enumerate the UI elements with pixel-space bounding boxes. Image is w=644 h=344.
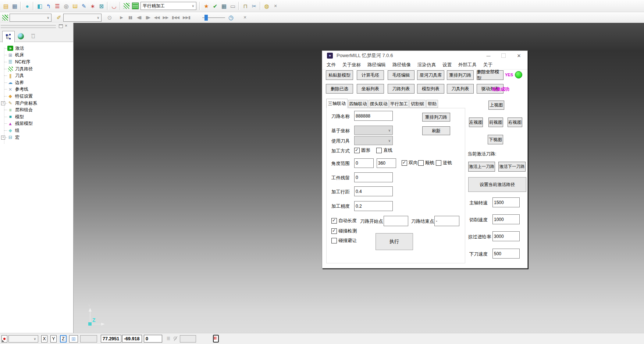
set-active-path-button[interactable]: 设置当前激活路径: [468, 177, 526, 192]
clamp-tools-icon[interactable]: ⊓: [241, 1, 250, 10]
tab-4axis[interactable]: 四轴联动: [348, 100, 368, 108]
tool-library-button[interactable]: 星河刀具库: [417, 70, 444, 80]
leads-links-icon[interactable]: ✎: [79, 1, 88, 10]
tree-item-toolpaths[interactable]: 刀具路径: [0, 66, 73, 73]
delete-all-models-button[interactable]: 删除全部模型: [477, 70, 504, 80]
tree-item-nc-programs[interactable]: ☰ NC程序: [0, 59, 73, 66]
use-tool-combobox[interactable]: ∨: [354, 136, 393, 145]
tolerance-input[interactable]: [354, 201, 393, 211]
workplane-snap-icon[interactable]: [173, 336, 178, 341]
tree-item-tools[interactable]: ∥ 刀具: [0, 72, 73, 79]
toolpath-name-input[interactable]: [354, 111, 393, 121]
print-preview-icon[interactable]: ●: [23, 1, 32, 10]
paste-new-model-button[interactable]: 粘贴新模型: [326, 70, 353, 80]
minimize-button[interactable]: —: [482, 51, 495, 60]
end-point-input[interactable]: [434, 216, 459, 226]
tab-saw[interactable]: 切割锯: [409, 100, 426, 108]
menu-path-mirror[interactable]: 路径镜像: [389, 62, 414, 68]
tree-item-stock-models[interactable]: ▲ 残留模型: [0, 120, 73, 127]
tree-item-activate[interactable]: » 激活: [0, 45, 73, 52]
tree-item-levels-sets[interactable]: ≡ 层和组合: [0, 106, 73, 113]
strategy-list-icon[interactable]: [131, 1, 140, 10]
tool-ball-icon[interactable]: ◎: [62, 1, 71, 10]
close-button[interactable]: ✕: [513, 51, 525, 60]
fast-forward-button[interactable]: ▶▶: [161, 13, 170, 22]
tab-explorer-tree[interactable]: [2, 31, 15, 42]
workplane-list-button[interactable]: 坐标列表: [357, 84, 384, 94]
climb-mill-checkbox[interactable]: 顺铣: [418, 160, 434, 166]
expand-icon[interactable]: +: [1, 136, 5, 140]
block-icon[interactable]: ◧: [35, 1, 44, 10]
sim-toolbar-close-icon[interactable]: ✕: [241, 13, 249, 22]
start-points-icon[interactable]: ∗: [88, 1, 97, 10]
start-point-input[interactable]: [384, 216, 408, 226]
thickness-input[interactable]: [354, 172, 393, 182]
bidirectional-checkbox[interactable]: 双向: [402, 160, 418, 166]
toolpath-list-button[interactable]: 刀路列表: [388, 84, 414, 94]
rapid-move-heights-icon[interactable]: ↰: [44, 1, 53, 10]
menu-render-sim[interactable]: 渲染仿真: [414, 62, 439, 68]
based-workplane-combobox[interactable]: ∨: [354, 126, 393, 135]
slider-handle[interactable]: [204, 15, 208, 21]
step-forward-button[interactable]: ▮▶: [143, 13, 152, 22]
tree-item-patterns[interactable]: ✕ 参考线: [0, 86, 73, 93]
toolpath-icon[interactable]: [122, 1, 131, 10]
tool-burn-icon[interactable]: ★: [202, 1, 211, 10]
tree-item-machine[interactable]: ⊞ 机床: [0, 52, 73, 59]
point-picker-button[interactable]: [1, 335, 7, 343]
sim-tool-combobox[interactable]: ∨: [63, 14, 102, 22]
view-bottom-button[interactable]: 下视图: [488, 135, 503, 144]
go-to-start-button[interactable]: ▮◀◀: [170, 13, 181, 22]
cutting-feed-input[interactable]: [492, 214, 520, 224]
spindle-speed-input[interactable]: [492, 197, 520, 207]
clock-icon[interactable]: ◷: [227, 13, 235, 22]
activate-next-toolpath-button[interactable]: 激活下一刀路: [498, 162, 526, 172]
view-left-button[interactable]: 左视图: [469, 117, 483, 127]
menu-path-edit[interactable]: 路径编辑: [364, 62, 389, 68]
tab-explorer-web[interactable]: [15, 31, 26, 41]
view-right-button[interactable]: 右视图: [508, 117, 522, 127]
conventional-mill-checkbox[interactable]: 逆铣: [436, 160, 452, 166]
auto-length-checkbox[interactable]: 自动长度: [331, 218, 357, 224]
axis-y-button[interactable]: Y: [50, 335, 57, 343]
sim-toolpath-combobox[interactable]: ∨: [10, 14, 51, 22]
collision-avoid-checkbox[interactable]: 碰撞避让: [331, 238, 357, 244]
tool-list-button[interactable]: 刀具列表: [447, 84, 474, 94]
panel-float-icon[interactable]: [59, 24, 63, 28]
mode-circle-checkbox[interactable]: 圆形: [354, 147, 370, 154]
menu-external-tools[interactable]: 外部工具: [455, 62, 480, 68]
tree-item-workplanes[interactable]: + ✎ 用户坐标系: [0, 100, 73, 107]
menu-file[interactable]: 文件: [323, 62, 339, 68]
swap-axes-icon[interactable]: ✂: [250, 1, 259, 10]
plunge-feed-input[interactable]: [492, 249, 520, 259]
cylinders-icon[interactable]: ◍: [262, 1, 271, 10]
pause-button[interactable]: ▮▮: [126, 13, 135, 22]
dialog-titlebar[interactable]: ★ PowerMILL 忆梦星河 7.0.6 — ✕: [322, 51, 527, 60]
go-to-end-button[interactable]: ▶▶▮: [181, 13, 192, 22]
menu-settings[interactable]: 设置: [439, 62, 455, 68]
menu-workplane[interactable]: 关于坐标: [339, 62, 364, 68]
tree-item-groups[interactable]: ◆ 组: [0, 127, 73, 134]
tab-parallel[interactable]: 平行加工: [389, 100, 409, 108]
tab-help[interactable]: 帮助: [426, 100, 438, 108]
maximize-button[interactable]: [497, 51, 510, 60]
menu-about[interactable]: 关于: [480, 62, 496, 68]
statusbar-combobox[interactable]: ∨: [8, 335, 38, 343]
activate-prev-toolpath-button[interactable]: 激活上一刀路: [468, 162, 495, 172]
calculate-block-button[interactable]: 计算毛坯: [357, 70, 384, 80]
explorer-grip[interactable]: ✕: [0, 23, 73, 30]
tool-verify-icon[interactable]: ✔: [211, 1, 220, 10]
drill-icon[interactable]: ◡: [110, 1, 118, 10]
play-button[interactable]: ▶: [117, 13, 126, 22]
tab-3axis[interactable]: 三轴联动: [326, 99, 348, 108]
view-top-button[interactable]: 上视图: [488, 101, 504, 110]
toolpath-strategy-icon[interactable]: ☰: [53, 1, 62, 10]
active-strategy-combobox[interactable]: 平行精加工 ∨: [140, 2, 196, 10]
stepover-input[interactable]: [354, 186, 393, 196]
grid-snap-button[interactable]: ⊞: [69, 335, 78, 343]
model-list-button[interactable]: 模型列表: [417, 84, 444, 94]
tab-explorer-trash[interactable]: ⊔: [27, 31, 39, 41]
angle-from-input[interactable]: [354, 158, 374, 168]
step-back-button[interactable]: ◀▮: [135, 13, 143, 22]
stock-w-icon[interactable]: Ш: [71, 1, 79, 10]
